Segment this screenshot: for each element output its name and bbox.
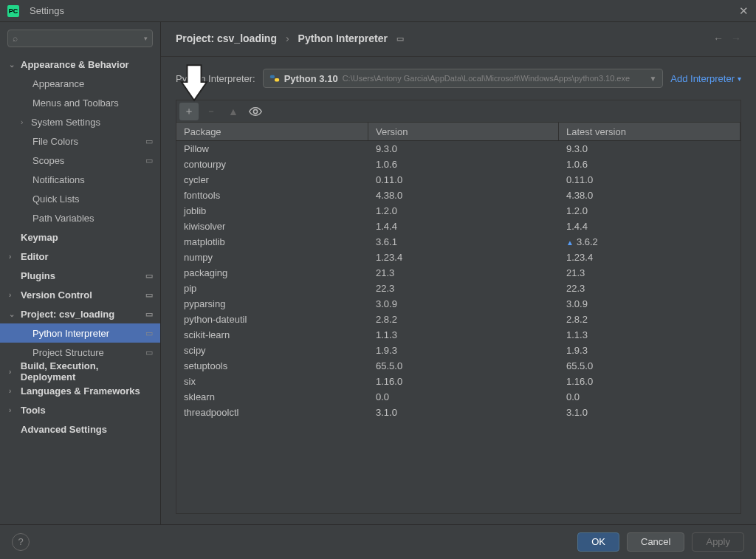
apply-button[interactable]: Apply — [692, 532, 744, 552]
column-version[interactable]: Version — [368, 123, 559, 140]
interpreter-dropdown[interactable]: Python 3.10 C:\Users\Antony Garcia\AppDa… — [263, 69, 664, 88]
sidebar-item-menus-and-toolbars[interactable]: Menus and Toolbars — [0, 93, 160, 112]
package-latest: 2.8.2 — [559, 314, 740, 325]
sidebar-item-project-csv-loading[interactable]: ⌄Project: csv_loading▭ — [0, 304, 160, 323]
sidebar-item-scopes[interactable]: Scopes▭ — [0, 151, 160, 170]
package-row[interactable]: threadpoolctl3.1.03.1.0 — [176, 405, 740, 420]
sidebar-item-label: File Colors — [32, 136, 78, 147]
app-icon: PC — [7, 5, 19, 17]
package-name: cycler — [176, 174, 368, 185]
package-name: setuptools — [176, 360, 368, 371]
sidebar-item-label: Quick Lists — [32, 193, 80, 205]
package-latest: ▲3.6.2 — [559, 236, 740, 247]
sidebar-item-project-structure[interactable]: Project Structure▭ — [0, 343, 160, 362]
cancel-button[interactable]: Cancel — [627, 532, 684, 552]
dropdown-icon[interactable]: ▾ — [144, 35, 148, 42]
sidebar-item-file-colors[interactable]: File Colors▭ — [0, 131, 160, 151]
sidebar-item-notifications[interactable]: Notifications — [0, 170, 160, 189]
package-row[interactable]: setuptools65.5.065.5.0 — [176, 358, 740, 374]
package-row[interactable]: fonttools4.38.04.38.0 — [176, 188, 740, 203]
interpreter-label: Python Interpreter: — [176, 73, 255, 84]
ok-button[interactable]: OK — [577, 532, 619, 552]
upgrade-package-button[interactable]: ▲ — [224, 103, 243, 120]
column-latest[interactable]: Latest version — [559, 123, 740, 140]
package-name: fonttools — [176, 190, 368, 201]
package-row[interactable]: sklearn0.00.0 — [176, 389, 740, 405]
chevron-down-icon: ▼ — [649, 75, 656, 83]
sidebar-item-quick-lists[interactable]: Quick Lists — [0, 189, 160, 208]
breadcrumb-separator-icon: › — [286, 32, 289, 44]
sidebar-item-label: Path Variables — [32, 213, 94, 224]
package-row[interactable]: python-dateutil2.8.22.8.2 — [176, 312, 740, 327]
package-name: matplotlib — [176, 236, 368, 247]
search-box[interactable]: ⌕ ▾ — [7, 30, 153, 47]
package-table-body: Pillow9.3.09.3.0contourpy1.0.61.0.6cycle… — [176, 141, 741, 514]
sidebar-item-label: Project: csv_loading — [21, 309, 114, 320]
sidebar-item-label: Appearance & Behavior — [21, 59, 129, 70]
package-latest: 0.11.0 — [559, 174, 740, 185]
add-package-button[interactable]: ＋ — [179, 103, 199, 120]
sidebar-item-appearance-behavior[interactable]: ⌄Appearance & Behavior — [0, 55, 160, 74]
package-name: six — [176, 376, 368, 387]
package-version: 1.2.0 — [368, 205, 559, 216]
window-title: Settings — [30, 5, 64, 16]
package-latest: 1.2.0 — [559, 205, 740, 216]
sidebar-item-system-settings[interactable]: ›System Settings — [0, 112, 160, 131]
remove-package-button[interactable]: － — [202, 103, 221, 120]
sidebar-item-python-interpreter[interactable]: Python Interpreter▭ — [0, 323, 160, 343]
package-row[interactable]: packaging21.321.3 — [176, 265, 740, 281]
sidebar-item-appearance[interactable]: Appearance — [0, 74, 160, 93]
sidebar-item-label: Appearance — [32, 78, 84, 89]
python-icon — [269, 73, 280, 83]
package-toolbar: ＋ － ▲ — [176, 100, 741, 122]
package-row[interactable]: kiwisolver1.4.41.4.4 — [176, 219, 740, 234]
package-row[interactable]: pip22.322.3 — [176, 281, 740, 296]
show-early-releases-button[interactable] — [246, 103, 265, 120]
sidebar-item-plugins[interactable]: Plugins▭ — [0, 266, 160, 285]
add-interpreter-link[interactable]: Add Interpreter ▾ — [670, 73, 741, 84]
package-row[interactable]: cycler0.11.00.11.0 — [176, 172, 740, 188]
package-latest: 9.3.0 — [559, 143, 740, 154]
package-row[interactable]: scipy1.9.31.9.3 — [176, 343, 740, 358]
sidebar-item-label: Scopes — [32, 155, 64, 166]
sidebar-item-label: Menus and Toolbars — [32, 97, 119, 109]
package-latest: 1.9.3 — [559, 345, 740, 356]
search-input[interactable] — [21, 33, 144, 44]
package-version: 3.1.0 — [368, 407, 559, 418]
sidebar-item-version-control[interactable]: ›Version Control▭ — [0, 285, 160, 304]
nav-forward-icon[interactable]: → — [731, 32, 741, 44]
title-bar: PC Settings ✕ — [0, 0, 756, 22]
package-version: 3.0.9 — [368, 298, 559, 309]
package-row[interactable]: scikit-learn1.1.31.1.3 — [176, 327, 740, 343]
package-name: numpy — [176, 252, 368, 263]
chevron-icon: › — [9, 406, 18, 414]
package-version: 1.16.0 — [368, 376, 559, 387]
sidebar-item-keymap[interactable]: Keymap — [0, 227, 160, 247]
sidebar-item-tools[interactable]: ›Tools — [0, 400, 160, 419]
package-name: pyparsing — [176, 298, 368, 309]
sidebar-item-label: Languages & Frameworks — [21, 385, 140, 397]
sidebar-item-path-variables[interactable]: Path Variables — [0, 208, 160, 227]
package-row[interactable]: contourpy1.0.61.0.6 — [176, 157, 740, 172]
package-row[interactable]: pyparsing3.0.93.0.9 — [176, 296, 740, 312]
sidebar-item-editor[interactable]: ›Editor — [0, 247, 160, 266]
package-name: scipy — [176, 345, 368, 356]
nav-back-icon[interactable]: ← — [713, 32, 724, 44]
sidebar-item-advanced-settings[interactable]: Advanced Settings — [0, 419, 160, 439]
package-row[interactable]: Pillow9.3.09.3.0 — [176, 141, 740, 157]
package-row[interactable]: six1.16.01.16.0 — [176, 374, 740, 389]
close-icon[interactable]: ✕ — [739, 4, 749, 18]
help-button[interactable]: ? — [12, 533, 30, 551]
package-row[interactable]: matplotlib3.6.1▲3.6.2 — [176, 234, 740, 250]
sidebar-item-build-execution-deployment[interactable]: ›Build, Execution, Deployment — [0, 362, 160, 381]
package-row[interactable]: joblib1.2.01.2.0 — [176, 203, 740, 219]
sidebar-item-label: Build, Execution, Deployment — [21, 360, 154, 383]
sidebar-item-languages-frameworks[interactable]: ›Languages & Frameworks — [0, 381, 160, 400]
sidebar-item-label: Advanced Settings — [21, 424, 107, 435]
sidebar-item-label: Keymap — [21, 232, 58, 243]
column-package[interactable]: Package — [176, 123, 368, 140]
package-name: contourpy — [176, 159, 368, 170]
package-latest: 22.3 — [559, 283, 740, 294]
package-row[interactable]: numpy1.23.41.23.4 — [176, 250, 740, 265]
package-name: sklearn — [176, 391, 368, 402]
